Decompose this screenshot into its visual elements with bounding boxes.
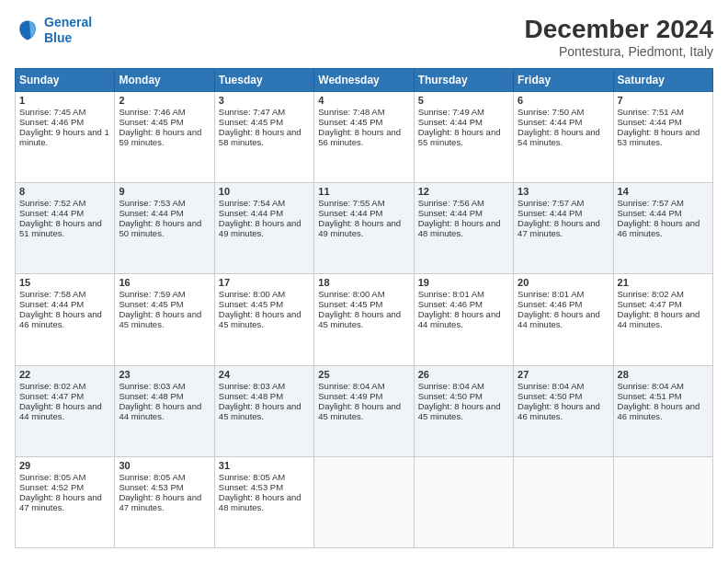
week-row-5: 29Sunrise: 8:05 AMSunset: 4:52 PMDayligh… — [16, 456, 713, 547]
sunset-text: Sunset: 4:45 PM — [318, 299, 409, 309]
logo-text: General Blue — [44, 15, 92, 46]
day-number: 20 — [518, 277, 609, 288]
column-header-wednesday: Wednesday — [314, 69, 414, 92]
daylight-text: Daylight: 8 hours and 44 minutes. — [19, 401, 110, 421]
day-number: 24 — [219, 369, 310, 380]
sunrise-text: Sunrise: 8:05 AM — [19, 472, 110, 482]
sunset-text: Sunset: 4:46 PM — [19, 117, 110, 127]
day-number: 19 — [418, 277, 509, 288]
sunset-text: Sunset: 4:49 PM — [318, 391, 409, 401]
daylight-text: Daylight: 8 hours and 45 minutes. — [418, 401, 509, 421]
day-number: 27 — [518, 369, 609, 380]
sunset-text: Sunset: 4:45 PM — [119, 299, 210, 309]
header-row: SundayMondayTuesdayWednesdayThursdayFrid… — [16, 69, 713, 92]
daylight-text: Daylight: 8 hours and 45 minutes. — [318, 309, 409, 329]
page: General Blue December 2024 Pontestura, P… — [0, 0, 728, 563]
sunset-text: Sunset: 4:45 PM — [119, 117, 210, 127]
calendar-cell: 11Sunrise: 7:55 AMSunset: 4:44 PMDayligh… — [314, 183, 414, 274]
sunset-text: Sunset: 4:44 PM — [418, 117, 509, 127]
logo-icon — [15, 17, 40, 43]
day-number: 22 — [19, 369, 110, 380]
day-number: 14 — [618, 186, 709, 197]
sunrise-text: Sunrise: 7:47 AM — [219, 107, 310, 117]
sunrise-text: Sunrise: 7:55 AM — [318, 198, 409, 208]
day-number: 1 — [19, 95, 110, 106]
calendar-cell — [514, 456, 613, 547]
calendar-cell: 21Sunrise: 8:02 AMSunset: 4:47 PMDayligh… — [613, 274, 712, 365]
calendar-cell: 1Sunrise: 7:45 AMSunset: 4:46 PMDaylight… — [16, 92, 115, 183]
sunrise-text: Sunrise: 7:57 AM — [518, 198, 609, 208]
calendar-cell: 19Sunrise: 8:01 AMSunset: 4:46 PMDayligh… — [414, 274, 513, 365]
calendar-cell: 2Sunrise: 7:46 AMSunset: 4:45 PMDaylight… — [115, 92, 214, 183]
day-number: 18 — [318, 277, 409, 288]
daylight-text: Daylight: 8 hours and 55 minutes. — [418, 127, 509, 147]
daylight-text: Daylight: 8 hours and 53 minutes. — [618, 127, 709, 147]
calendar-cell: 30Sunrise: 8:05 AMSunset: 4:53 PMDayligh… — [115, 456, 214, 547]
day-number: 15 — [19, 277, 110, 288]
daylight-text: Daylight: 8 hours and 47 minutes. — [119, 492, 210, 512]
daylight-text: Daylight: 8 hours and 45 minutes. — [219, 309, 310, 329]
calendar-cell: 22Sunrise: 8:02 AMSunset: 4:47 PMDayligh… — [16, 365, 115, 456]
calendar-cell: 15Sunrise: 7:58 AMSunset: 4:44 PMDayligh… — [16, 274, 115, 365]
daylight-text: Daylight: 8 hours and 47 minutes. — [518, 218, 609, 238]
day-number: 10 — [219, 186, 310, 197]
day-number: 26 — [418, 369, 509, 380]
sunrise-text: Sunrise: 8:03 AM — [219, 381, 310, 391]
sunrise-text: Sunrise: 8:02 AM — [19, 381, 110, 391]
daylight-text: Daylight: 8 hours and 54 minutes. — [518, 127, 609, 147]
column-header-saturday: Saturday — [613, 69, 712, 92]
sunrise-text: Sunrise: 7:56 AM — [418, 198, 509, 208]
calendar-cell: 4Sunrise: 7:48 AMSunset: 4:45 PMDaylight… — [314, 92, 414, 183]
calendar-cell: 23Sunrise: 8:03 AMSunset: 4:48 PMDayligh… — [115, 365, 214, 456]
sunset-text: Sunset: 4:44 PM — [19, 299, 110, 309]
logo: General Blue — [15, 15, 92, 46]
day-number: 7 — [618, 95, 709, 106]
sunset-text: Sunset: 4:47 PM — [19, 391, 110, 401]
calendar-cell: 10Sunrise: 7:54 AMSunset: 4:44 PMDayligh… — [214, 183, 313, 274]
sunrise-text: Sunrise: 8:05 AM — [219, 472, 310, 482]
calendar-cell — [414, 456, 513, 547]
daylight-text: Daylight: 8 hours and 49 minutes. — [318, 218, 409, 238]
daylight-text: Daylight: 8 hours and 45 minutes. — [219, 401, 310, 421]
header: General Blue December 2024 Pontestura, P… — [15, 15, 713, 59]
calendar-cell: 20Sunrise: 8:01 AMSunset: 4:46 PMDayligh… — [514, 274, 613, 365]
sunset-text: Sunset: 4:53 PM — [119, 482, 210, 492]
calendar-cell: 9Sunrise: 7:53 AMSunset: 4:44 PMDaylight… — [115, 183, 214, 274]
daylight-text: Daylight: 8 hours and 46 minutes. — [618, 401, 709, 421]
title-section: December 2024 Pontestura, Piedmont, Ital… — [525, 15, 713, 59]
daylight-text: Daylight: 8 hours and 44 minutes. — [618, 309, 709, 329]
subtitle: Pontestura, Piedmont, Italy — [525, 44, 713, 59]
sunrise-text: Sunrise: 8:03 AM — [119, 381, 210, 391]
daylight-text: Daylight: 8 hours and 49 minutes. — [219, 218, 310, 238]
sunset-text: Sunset: 4:44 PM — [418, 208, 509, 218]
day-number: 6 — [518, 95, 609, 106]
sunrise-text: Sunrise: 7:51 AM — [618, 107, 709, 117]
daylight-text: Daylight: 8 hours and 48 minutes. — [418, 218, 509, 238]
sunset-text: Sunset: 4:44 PM — [618, 117, 709, 127]
calendar-cell: 24Sunrise: 8:03 AMSunset: 4:48 PMDayligh… — [214, 365, 313, 456]
day-number: 3 — [219, 95, 310, 106]
calendar-cell: 25Sunrise: 8:04 AMSunset: 4:49 PMDayligh… — [314, 365, 414, 456]
sunset-text: Sunset: 4:52 PM — [19, 482, 110, 492]
calendar-cell: 26Sunrise: 8:04 AMSunset: 4:50 PMDayligh… — [414, 365, 513, 456]
sunrise-text: Sunrise: 7:52 AM — [19, 198, 110, 208]
day-number: 5 — [418, 95, 509, 106]
daylight-text: Daylight: 8 hours and 45 minutes. — [119, 309, 210, 329]
sunrise-text: Sunrise: 8:04 AM — [518, 381, 609, 391]
daylight-text: Daylight: 8 hours and 51 minutes. — [19, 218, 110, 238]
daylight-text: Daylight: 8 hours and 44 minutes. — [418, 309, 509, 329]
sunrise-text: Sunrise: 8:01 AM — [518, 289, 609, 299]
day-number: 2 — [119, 95, 210, 106]
sunrise-text: Sunrise: 7:48 AM — [318, 107, 409, 117]
sunrise-text: Sunrise: 7:46 AM — [119, 107, 210, 117]
sunrise-text: Sunrise: 8:02 AM — [618, 289, 709, 299]
calendar-cell: 12Sunrise: 7:56 AMSunset: 4:44 PMDayligh… — [414, 183, 513, 274]
day-number: 13 — [518, 186, 609, 197]
week-row-1: 1Sunrise: 7:45 AMSunset: 4:46 PMDaylight… — [16, 92, 713, 183]
calendar-cell: 16Sunrise: 7:59 AMSunset: 4:45 PMDayligh… — [115, 274, 214, 365]
daylight-text: Daylight: 8 hours and 46 minutes. — [618, 218, 709, 238]
sunset-text: Sunset: 4:44 PM — [518, 208, 609, 218]
column-header-tuesday: Tuesday — [214, 69, 313, 92]
logo-line1: General — [44, 15, 92, 29]
sunset-text: Sunset: 4:46 PM — [418, 299, 509, 309]
